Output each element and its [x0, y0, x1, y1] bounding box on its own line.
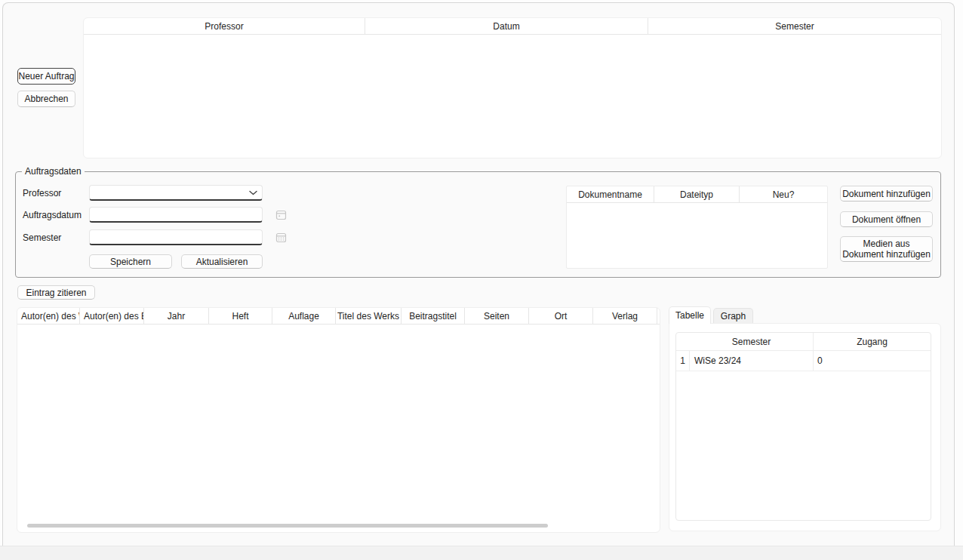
cite-entry-button[interactable]: Eintrag zitieren	[17, 285, 95, 300]
cancel-button[interactable]: Abbrechen	[17, 91, 75, 107]
entries-col-edition[interactable]: Auflage	[272, 308, 336, 324]
horizontal-scrollbar[interactable]	[27, 524, 548, 528]
doc-col-name[interactable]: Dokumentname	[567, 186, 654, 202]
entries-col-author-contribution[interactable]: Autor(en) des Beitrags	[80, 308, 144, 324]
calendar-grid-icon	[275, 232, 287, 243]
add-document-button[interactable]: Dokument hinzufügen	[840, 186, 933, 202]
entries-table: Autor(en) des Werks Autor(en) des Beitra…	[17, 307, 660, 533]
professor-label: Professor	[23, 188, 61, 198]
open-document-button[interactable]: Dokument öffnen	[840, 211, 933, 227]
entries-col-year[interactable]: Jahr	[144, 308, 209, 324]
doc-col-new[interactable]: Neu?	[740, 186, 827, 202]
entries-col-publisher[interactable]: Verlag	[593, 308, 657, 324]
order-date-input[interactable]	[89, 207, 263, 223]
entries-col-contribution-title[interactable]: Beitragstitel	[402, 308, 465, 324]
entries-col-city[interactable]: Ort	[529, 308, 593, 324]
documents-table-body[interactable]	[567, 203, 827, 268]
groupbox-title: Auftragsdaten	[22, 166, 85, 177]
row-index: 1	[676, 351, 690, 371]
tab-tabelle[interactable]: Tabelle	[669, 306, 711, 324]
orders-col-professor[interactable]: Professor	[84, 18, 365, 34]
row-zugang: 0	[814, 351, 931, 371]
chevron-down-icon	[249, 190, 257, 195]
professor-combobox[interactable]	[89, 185, 263, 201]
entries-col-pages[interactable]: Seiten	[465, 308, 529, 324]
new-order-button[interactable]: Neuer Auftrag	[17, 68, 75, 85]
window-bottom-bar	[0, 546, 963, 560]
update-button[interactable]: Aktualisieren	[181, 254, 263, 269]
documents-table: Dokumentname Dateityp Neu?	[566, 186, 828, 269]
save-button[interactable]: Speichern	[89, 254, 172, 269]
calendar-icon	[275, 209, 287, 220]
stats-table: Semester Zugang 1 WiSe 23/24 0	[675, 332, 931, 521]
entries-col-issue[interactable]: Heft	[209, 308, 272, 324]
orders-col-semester[interactable]: Semester	[648, 18, 941, 34]
documents-table-header: Dokumentname Dateityp Neu?	[567, 186, 827, 203]
orders-table: Professor Datum Semester	[83, 17, 942, 158]
semester-label: Semester	[23, 232, 61, 243]
orders-table-header: Professor Datum Semester	[84, 18, 941, 35]
stats-table-row[interactable]: 1 WiSe 23/24 0	[676, 351, 931, 371]
entries-table-header: Autor(en) des Werks Autor(en) des Beitra…	[17, 308, 660, 325]
semester-input[interactable]	[89, 229, 263, 245]
doc-col-type[interactable]: Dateityp	[654, 186, 740, 202]
entries-col-work-title[interactable]: Titel des Werks	[336, 308, 402, 324]
order-date-label: Auftragsdatum	[23, 210, 82, 220]
add-media-from-document-button[interactable]: Medien aus Dokument hinzufügen	[840, 236, 933, 262]
entries-table-body[interactable]	[17, 325, 660, 521]
entries-col-author-work[interactable]: Autor(en) des Werks	[17, 308, 80, 324]
orders-col-datum[interactable]: Datum	[365, 18, 648, 34]
stats-col-semester[interactable]: Semester	[690, 333, 814, 350]
stats-col-zugang[interactable]: Zugang	[814, 333, 931, 350]
tab-graph[interactable]: Graph	[713, 308, 753, 324]
stats-table-header: Semester Zugang	[676, 333, 931, 351]
orders-table-body[interactable]	[84, 35, 941, 158]
row-semester: WiSe 23/24	[690, 351, 814, 371]
